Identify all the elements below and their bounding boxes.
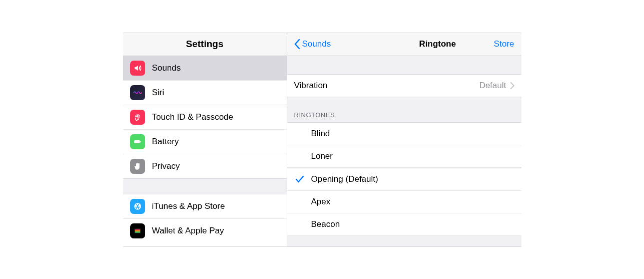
svg-rect-1: [140, 141, 141, 142]
sidebar-item-label: Privacy: [152, 161, 180, 171]
sidebar-item-itunes-app-store[interactable]: iTunes & App Store: [123, 194, 287, 219]
store-button[interactable]: Store: [494, 39, 514, 49]
sidebar-item-label: Touch ID & Passcode: [152, 112, 234, 122]
svg-rect-7: [135, 229, 140, 230]
ringtone-name: Opening (Default): [311, 174, 514, 184]
ringtone-row[interactable]: Loner: [287, 145, 521, 168]
ringtone-name: Apex: [311, 197, 514, 207]
back-label: Sounds: [302, 39, 331, 49]
appstore-icon: [130, 199, 145, 214]
ringtone-row[interactable]: Opening (Default): [287, 168, 521, 191]
back-button[interactable]: Sounds: [294, 39, 331, 49]
speaker-icon: [130, 61, 145, 76]
siri-icon: [130, 85, 145, 100]
detail-pane: Sounds Ringtone Store Vibration Default …: [287, 33, 521, 246]
vibration-value: Default: [479, 81, 506, 91]
ringtone-row[interactable]: Blind: [287, 123, 521, 145]
svg-rect-8: [135, 230, 140, 231]
nav-bar: Sounds Ringtone Store: [287, 33, 521, 56]
wallet-icon: [130, 223, 145, 238]
sidebar-item-label: iTunes & App Store: [152, 201, 225, 211]
settings-sidebar: Settings SoundsSiriTouch ID & PasscodeBa…: [123, 33, 287, 246]
svg-rect-9: [135, 231, 140, 232]
fingerprint-icon: [130, 110, 145, 125]
sidebar-item-battery[interactable]: Battery: [123, 130, 287, 154]
sidebar-title: Settings: [123, 33, 287, 56]
sidebar-item-label: Siri: [152, 88, 165, 98]
chevron-right-icon: [510, 82, 514, 89]
ringtone-name: Blind: [311, 129, 514, 139]
sidebar-item-privacy[interactable]: Privacy: [123, 154, 287, 178]
vibration-label: Vibration: [294, 81, 328, 91]
ringtone-name: Beacon: [311, 219, 514, 229]
sidebar-item-wallet-apple-pay[interactable]: Wallet & Apple Pay: [123, 219, 287, 243]
sidebar-group-gap: [123, 178, 287, 194]
sidebar-item-label: Wallet & Apple Pay: [152, 226, 224, 236]
sidebar-item-touch-id-passcode[interactable]: Touch ID & Passcode: [123, 105, 287, 130]
sidebar-item-label: Sounds: [152, 63, 181, 73]
checkmark-icon: [294, 176, 305, 183]
sidebar-item-siri[interactable]: Siri: [123, 81, 287, 105]
chevron-left-icon: [294, 39, 300, 49]
ringtone-row[interactable]: Apex: [287, 191, 521, 213]
hand-icon: [130, 159, 145, 174]
ringtone-name: Loner: [311, 151, 514, 161]
page-title: Ringtone: [419, 39, 456, 49]
svg-rect-0: [134, 140, 140, 143]
ringtones-header: RINGTONES: [287, 97, 521, 122]
sidebar-item-label: Battery: [152, 137, 179, 147]
vibration-row[interactable]: Vibration Default: [287, 74, 521, 97]
battery-icon: [130, 134, 145, 149]
sidebar-item-sounds[interactable]: Sounds: [123, 56, 287, 81]
ringtone-row[interactable]: Beacon: [287, 213, 521, 236]
